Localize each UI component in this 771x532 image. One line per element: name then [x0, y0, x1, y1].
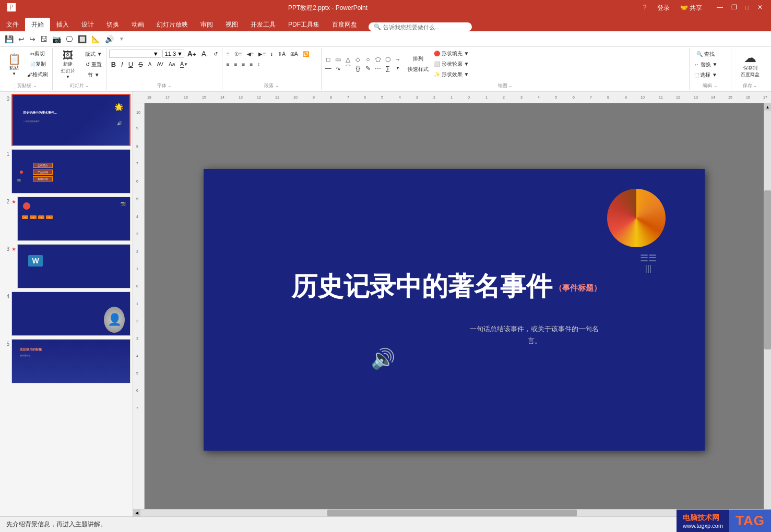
shape-line[interactable]: —: [324, 64, 333, 72]
char-spacing-btn[interactable]: AV: [155, 59, 165, 69]
save-btn[interactable]: 💾: [3, 34, 15, 44]
tab-transition[interactable]: 切换: [100, 18, 125, 31]
layout-btn[interactable]: 版式 ▼: [83, 50, 104, 59]
shape-expand[interactable]: ▼: [393, 64, 402, 72]
shape-outline-btn[interactable]: ⬜ 形状轮廓 ▼: [432, 59, 471, 69]
copy-btn[interactable]: 📄复制: [25, 59, 50, 69]
tab-dev[interactable]: 开发工具: [244, 18, 282, 31]
maximize-btn[interactable]: □: [742, 3, 752, 12]
arrange-btn[interactable]: 排列: [406, 54, 431, 64]
shape-rect2[interactable]: ▭: [334, 56, 343, 63]
slide-thumb-1[interactable]: 公司简介 产品介绍 案例内容 📷: [11, 149, 131, 194]
search-input[interactable]: [383, 24, 467, 30]
reset-btn[interactable]: ↺ 重置: [83, 60, 104, 69]
tab-animation[interactable]: 动画: [125, 18, 150, 31]
convert-smartart-btn[interactable]: 🔁: [301, 49, 311, 58]
share-btn[interactable]: 🤝 共享: [677, 3, 705, 14]
slide-thumb-2[interactable]: ● ● ● ● 📷: [17, 197, 131, 241]
shape-triangle[interactable]: △: [343, 56, 353, 63]
hscroll-left[interactable]: ◀: [133, 510, 140, 517]
shape-arrow[interactable]: →: [393, 56, 402, 63]
numbering-btn[interactable]: ①≡: [232, 49, 244, 58]
slide-thumb-5[interactable]: 此处插片的标题 副标题内容: [11, 339, 131, 383]
bold-btn[interactable]: B: [109, 59, 118, 69]
tab-pdf[interactable]: PDF工具集: [282, 18, 326, 31]
user-login[interactable]: 登录: [654, 3, 673, 14]
shape-circle[interactable]: ○: [363, 56, 373, 63]
align-left-btn[interactable]: ≡: [224, 59, 232, 69]
tab-review[interactable]: 审阅: [194, 18, 219, 31]
hscroll-track[interactable]: [140, 510, 764, 516]
tab-design[interactable]: 设计: [75, 18, 100, 31]
tab-baidu[interactable]: 百度网盘: [326, 18, 363, 31]
find-btn[interactable]: 🔍 查找: [692, 50, 719, 59]
slide-thumb-0[interactable]: 历史记录中的著名事件... 一句话总结该事件 🌟 🔊: [11, 94, 131, 146]
hscroll-thumb[interactable]: [327, 510, 577, 516]
slide-main-title[interactable]: 历史记录中的著名事件（事件标题）: [291, 269, 601, 304]
shape-fill-btn[interactable]: 🔴 形状填充 ▼: [432, 49, 471, 58]
screenshot-btn[interactable]: 📷: [51, 34, 63, 44]
strikethrough-btn[interactable]: S: [136, 59, 145, 69]
underline-btn[interactable]: U: [126, 59, 135, 69]
new-slide-btn[interactable]: 🖼 新建幻灯片 ▼: [55, 49, 81, 80]
columns-btn[interactable]: ⫾: [268, 49, 275, 58]
ruler-btn[interactable]: 📐: [90, 34, 102, 44]
vscroll-thumb[interactable]: [764, 190, 771, 350]
paste-btn[interactable]: 📋 粘贴 ▼: [4, 49, 24, 80]
undo-btn[interactable]: ↩: [17, 34, 26, 44]
font-size-select[interactable]: 11.3 ▼: [162, 50, 184, 58]
bullets-btn[interactable]: ≡: [224, 49, 232, 58]
help-btn[interactable]: ?: [640, 3, 650, 14]
text-direction-btn[interactable]: ⇕A: [276, 49, 288, 58]
font-color-btn[interactable]: A ▼: [178, 59, 190, 69]
slide-thumb-4[interactable]: 👤: [11, 292, 131, 336]
redo-btn[interactable]: ↪: [28, 34, 37, 44]
slide-panel[interactable]: 0 历史记录中的著名事件... 一句话总结该事件 🌟 🔊 1 公司简介 产品介绍…: [0, 92, 133, 516]
restore-btn[interactable]: ❐: [728, 3, 740, 12]
font-case-btn[interactable]: Aa: [167, 59, 177, 69]
text-shadow-btn[interactable]: A: [146, 59, 154, 69]
select-btn[interactable]: ⬚ 选择 ▼: [692, 70, 719, 80]
align-right-btn[interactable]: ≡: [240, 59, 247, 69]
shape-connector[interactable]: ⌒: [343, 64, 353, 72]
tab-file[interactable]: 文件: [0, 18, 25, 31]
shape-effects-btn[interactable]: ✨ 形状效果 ▼: [432, 70, 471, 79]
slide-speaker-icon[interactable]: 🔊: [371, 347, 395, 370]
quick-styles-btn[interactable]: 快速样式: [406, 65, 431, 74]
font-size-down-btn[interactable]: A-: [199, 49, 210, 58]
replace-btn[interactable]: ↔ 替换 ▼: [692, 60, 719, 69]
shape-rect[interactable]: □: [324, 56, 333, 63]
shape-more[interactable]: ⋯: [373, 64, 383, 72]
align-center-btn[interactable]: ≡: [232, 59, 240, 69]
section-btn[interactable]: 节 ▼: [83, 70, 104, 80]
decrease-indent-btn[interactable]: ◀≡: [245, 49, 256, 58]
print-btn[interactable]: 🖫: [39, 34, 49, 44]
italic-btn[interactable]: I: [119, 59, 125, 69]
audio-btn[interactable]: 🔊: [103, 34, 115, 44]
shape-curve[interactable]: ∿: [334, 64, 343, 72]
shape-brace[interactable]: {}: [353, 64, 363, 72]
tab-slideshow[interactable]: 幻灯片放映: [150, 18, 194, 31]
vscroll-track[interactable]: [764, 111, 771, 509]
increase-indent-btn[interactable]: ▶≡: [256, 49, 268, 58]
slide-description[interactable]: 一句话总结该事件，或关于该事件的一句名 言。: [470, 323, 599, 347]
slide-canvas-container[interactable]: ☰☰ ||| 历史记录中的著名事件（事件标题） 一句话总结该事件，或关于该事件的…: [145, 103, 764, 516]
format-painter-btn[interactable]: 🖌格式刷: [25, 70, 50, 79]
slide-thumb-3[interactable]: W: [17, 244, 131, 288]
presenter-view-btn[interactable]: 🖵: [64, 34, 75, 44]
font-size-up-btn[interactable]: A+: [185, 49, 198, 58]
shape-equation[interactable]: ∑: [383, 64, 393, 72]
justify-btn[interactable]: ≡: [247, 59, 255, 69]
shape-hexagon[interactable]: ⬡: [383, 56, 393, 63]
line-spacing-btn[interactable]: ↕: [255, 59, 262, 69]
minimize-btn[interactable]: —: [714, 3, 726, 12]
section-btn[interactable]: 🔲: [76, 34, 88, 44]
close-btn[interactable]: ✕: [754, 3, 766, 12]
hscrollbar[interactable]: ◀ ▶: [133, 509, 771, 516]
shape-diamond[interactable]: ◇: [353, 56, 363, 63]
clear-format-btn[interactable]: ↺: [211, 49, 220, 58]
shape-pentagon[interactable]: ⬠: [373, 56, 383, 63]
align-text-btn[interactable]: ⊞A: [288, 49, 300, 58]
font-name-select[interactable]: ▼: [109, 50, 161, 58]
tab-insert[interactable]: 插入: [50, 18, 75, 31]
